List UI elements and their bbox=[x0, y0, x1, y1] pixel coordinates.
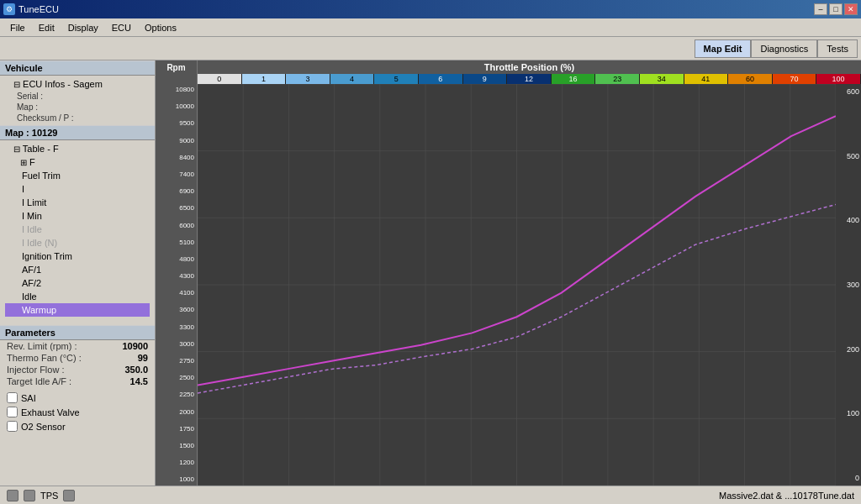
chart-body: 1080010000950090008400740069006500600051… bbox=[156, 84, 861, 486]
status-left: TPS bbox=[7, 490, 75, 501]
file-info: Massive2.dat & ...10178Tune.dat bbox=[719, 491, 854, 501]
app-icon: ⚙ bbox=[3, 3, 15, 15]
checksum-row: Checksum / P : bbox=[5, 113, 150, 123]
y-axis-tick: 100 bbox=[837, 409, 859, 417]
throttle-col-34: 34 bbox=[640, 74, 684, 84]
map-row: Map : bbox=[5, 102, 150, 113]
close-button[interactable]: ✕ bbox=[844, 3, 858, 15]
checkbox-o2-sensor[interactable]: O2 Sensor bbox=[0, 419, 155, 433]
menu-ecu[interactable]: ECU bbox=[105, 21, 138, 34]
param-thermo-fan: Thermo Fan (°C) : 99 bbox=[0, 352, 155, 364]
main-content: Vehicule ⊟ ECU Infos - Sagem Serial : Ma… bbox=[0, 60, 861, 486]
restore-button[interactable]: □ bbox=[829, 3, 843, 15]
title-bar: ⚙ TuneECU – □ ✕ bbox=[0, 0, 861, 18]
sidebar-item-i[interactable]: I bbox=[5, 182, 150, 196]
throttle-col-4: 4 bbox=[330, 74, 375, 84]
table-f[interactable]: ⊟ Table - F bbox=[5, 142, 150, 155]
minimize-button[interactable]: – bbox=[814, 3, 827, 15]
throttle-col-12: 12 bbox=[507, 74, 552, 84]
checkbox-sai[interactable]: SAI bbox=[0, 391, 155, 405]
param-injector-flow: Injector Flow : 350.0 bbox=[0, 364, 155, 375]
menu-bar: File Edit Display ECU Options bbox=[0, 18, 861, 37]
rpm-tick: 4800 bbox=[156, 255, 197, 264]
rpm-col-empty bbox=[156, 74, 198, 84]
sidebar-item-warmup[interactable]: Warmup bbox=[5, 303, 150, 317]
menu-file[interactable]: File bbox=[3, 21, 32, 34]
throttle-col-16: 16 bbox=[552, 74, 596, 84]
sidebar-item-af2[interactable]: AF/2 bbox=[5, 276, 150, 290]
sidebar-item-i-idle[interactable]: I Idle bbox=[5, 223, 150, 236]
rpm-tick: 3000 bbox=[156, 340, 197, 349]
title-bar-buttons: – □ ✕ bbox=[814, 3, 858, 15]
throttle-col-5: 5 bbox=[374, 74, 419, 84]
rpm-tick: 2500 bbox=[156, 374, 197, 382]
param-rev-limit: Rev. Limit (rpm) : 10900 bbox=[0, 340, 155, 352]
rpm-axis: 1080010000950090008400740069006500600051… bbox=[156, 84, 198, 486]
rpm-tick: 5100 bbox=[156, 239, 197, 247]
main-chart-canvas bbox=[198, 84, 836, 486]
throttle-col-41: 41 bbox=[684, 74, 729, 84]
y-axis-tick: 200 bbox=[837, 345, 859, 354]
map-edit-button[interactable]: Map Edit bbox=[695, 39, 752, 58]
sidebar: Vehicule ⊟ ECU Infos - Sagem Serial : Ma… bbox=[0, 60, 156, 486]
exhaust-valve-checkbox[interactable] bbox=[7, 407, 18, 417]
y-axis-tick: 0 bbox=[837, 474, 859, 482]
throttle-cols: 013456912162334416070100 bbox=[198, 74, 861, 84]
throttle-col-6: 6 bbox=[419, 74, 463, 84]
rpm-tick: 4300 bbox=[156, 272, 197, 281]
table-f-group: ⊟ Table - F ⊞ F Fuel Trim I I Limit I Mi… bbox=[0, 140, 155, 318]
sidebar-item-i-idle-n[interactable]: I Idle (N) bbox=[5, 236, 150, 249]
rpm-tick: 3600 bbox=[156, 306, 197, 314]
rpm-tick: 7400 bbox=[156, 171, 197, 179]
rpm-tick: 6500 bbox=[156, 204, 197, 213]
throttle-title: Throttle Position (%) bbox=[198, 60, 861, 74]
rpm-tick: 2000 bbox=[156, 408, 197, 417]
rpm-label: Rpm bbox=[156, 60, 198, 74]
rpm-tick: 1500 bbox=[156, 442, 197, 450]
checkbox-exhaust-valve[interactable]: Exhaust Valve bbox=[0, 405, 155, 419]
sai-checkbox[interactable] bbox=[7, 392, 18, 403]
rpm-tick: 1200 bbox=[156, 459, 197, 467]
chart-canvas bbox=[198, 84, 836, 486]
o2-sensor-checkbox[interactable] bbox=[7, 421, 18, 432]
y-axis-tick: 600 bbox=[837, 87, 859, 96]
rpm-tick: 1750 bbox=[156, 425, 197, 433]
throttle-col-9: 9 bbox=[463, 74, 508, 84]
rpm-tick: 9000 bbox=[156, 137, 197, 145]
rpm-tick: 10800 bbox=[156, 86, 197, 94]
throttle-col-23: 23 bbox=[595, 74, 640, 84]
tests-button[interactable]: Tests bbox=[817, 39, 858, 58]
diagnostics-button[interactable]: Diagnostics bbox=[751, 39, 817, 58]
params-section: Rev. Limit (rpm) : 10900 Thermo Fan (°C)… bbox=[0, 340, 155, 387]
menu-options[interactable]: Options bbox=[138, 21, 183, 34]
menu-display[interactable]: Display bbox=[61, 21, 105, 34]
menu-edit[interactable]: Edit bbox=[32, 21, 61, 34]
param-target-idle: Target Idle A/F : 14.5 bbox=[0, 375, 155, 387]
sidebar-item-f[interactable]: ⊞ F bbox=[5, 155, 150, 169]
sidebar-item-af1[interactable]: AF/1 bbox=[5, 263, 150, 276]
rpm-tick: 6900 bbox=[156, 187, 197, 196]
ecu-infos-group: ⊟ ECU Infos - Sagem Serial : Map : Check… bbox=[0, 76, 155, 125]
sidebar-item-i-limit[interactable]: I Limit bbox=[5, 196, 150, 209]
rpm-tick: 9500 bbox=[156, 119, 197, 128]
status-indicator-2 bbox=[24, 490, 35, 501]
rpm-tick: 10000 bbox=[156, 102, 197, 111]
sidebar-item-ignition-trim[interactable]: Ignition Trim bbox=[5, 249, 150, 263]
map-header: Map : 10129 bbox=[0, 125, 155, 140]
title-bar-left: ⚙ TuneECU bbox=[3, 3, 59, 15]
rpm-tick: 1000 bbox=[156, 475, 197, 484]
sidebar-item-fuel-trim[interactable]: Fuel Trim bbox=[5, 169, 150, 182]
ecu-infos[interactable]: ⊟ ECU Infos - Sagem bbox=[5, 77, 150, 91]
rpm-tick: 6000 bbox=[156, 222, 197, 230]
rpm-tick: 2750 bbox=[156, 357, 197, 365]
parameters-header: Parameters bbox=[0, 325, 155, 340]
throttle-col-70: 70 bbox=[773, 74, 817, 84]
rpm-tick: 4100 bbox=[156, 289, 197, 297]
status-bar: TPS Massive2.dat & ...10178Tune.dat bbox=[0, 486, 861, 504]
sidebar-item-idle[interactable]: Idle bbox=[5, 290, 150, 303]
throttle-cols-header: 013456912162334416070100 bbox=[156, 74, 861, 84]
rpm-tick: 2250 bbox=[156, 391, 197, 399]
y-axis-tick: 300 bbox=[837, 281, 859, 289]
sidebar-item-i-min[interactable]: I Min bbox=[5, 209, 150, 223]
throttle-col-100: 100 bbox=[816, 74, 861, 84]
